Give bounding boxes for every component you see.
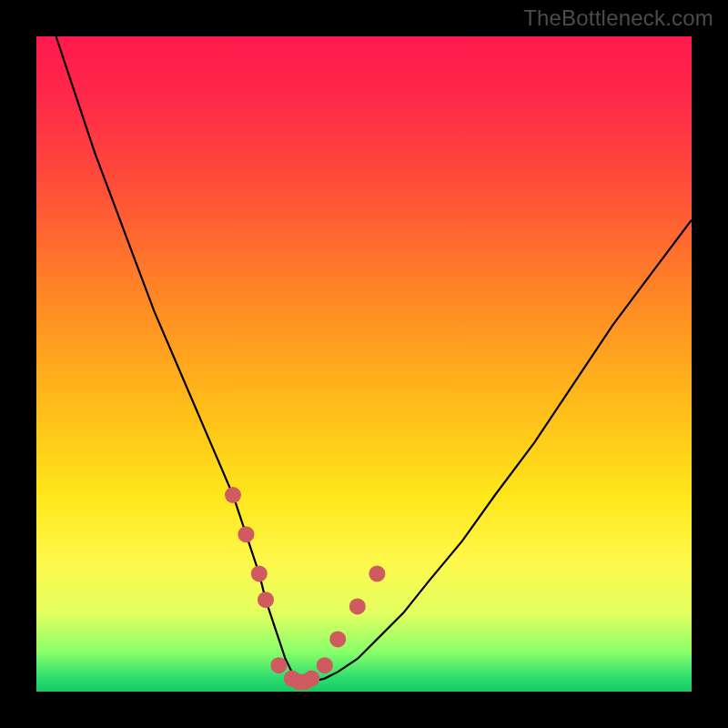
marker-dot bbox=[238, 526, 254, 542]
watermark-text: TheBottleneck.com bbox=[523, 5, 713, 31]
marker-dot bbox=[349, 598, 366, 614]
marker-dot bbox=[329, 631, 346, 647]
target-markers bbox=[225, 487, 385, 690]
marker-dot bbox=[369, 565, 385, 581]
bottleneck-curve-path bbox=[56, 36, 692, 682]
marker-dot bbox=[258, 592, 274, 608]
plot-area bbox=[36, 36, 692, 692]
marker-dot bbox=[303, 671, 319, 687]
chart-frame: TheBottleneck.com bbox=[0, 0, 728, 728]
chart-overlay bbox=[36, 36, 692, 692]
marker-dot bbox=[251, 565, 268, 581]
marker-dot bbox=[270, 657, 287, 673]
marker-dot bbox=[317, 657, 333, 673]
marker-dot bbox=[225, 487, 241, 503]
